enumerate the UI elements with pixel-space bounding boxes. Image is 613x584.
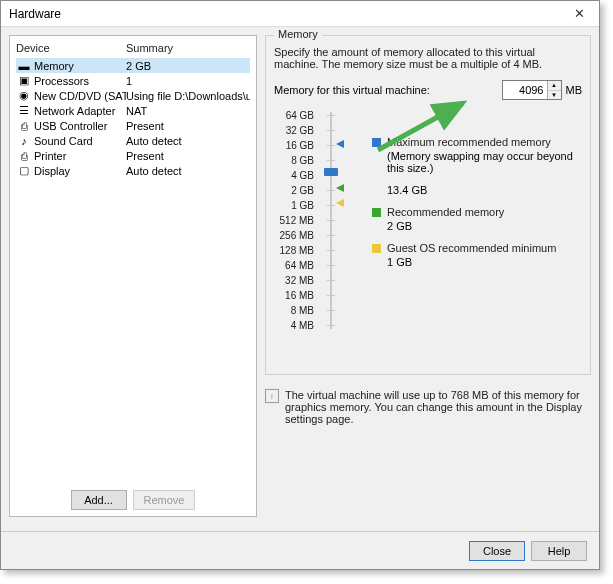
graphics-memory-note: i The virtual machine will use up to 768…: [265, 389, 591, 425]
device-name: Network Adapter: [34, 105, 126, 117]
min-label: Guest OS recommended minimum: [387, 242, 582, 254]
memory-spinner[interactable]: ▲ ▼: [502, 80, 562, 100]
scale-tick-label: 2 GB: [274, 183, 314, 198]
scale-tick-label: 32 MB: [274, 273, 314, 288]
hardware-dialog: Hardware ✕ Device Summary ▬Memory2 GB▣Pr…: [0, 0, 600, 570]
memory-input[interactable]: [503, 81, 547, 99]
square-icon: [372, 244, 381, 253]
dialog-footer: Close Help: [1, 531, 599, 569]
graphics-note-text: The virtual machine will use up to 768 M…: [285, 389, 591, 425]
sound-icon: ♪: [16, 134, 32, 148]
add-button[interactable]: Add...: [71, 490, 127, 510]
scale-tick-label: 256 MB: [274, 228, 314, 243]
display-icon: ▢: [16, 164, 32, 178]
scale-tick-label: 128 MB: [274, 243, 314, 258]
printer-icon: ⎙: [16, 149, 32, 163]
window-title: Hardware: [9, 7, 61, 21]
scale-tick-label: 4 MB: [274, 318, 314, 333]
memory-scale-labels: 64 GB32 GB16 GB8 GB4 GB2 GB1 GB512 MB256…: [274, 108, 322, 333]
scale-tick-label: 8 GB: [274, 153, 314, 168]
remove-button: Remove: [133, 490, 196, 510]
scale-tick-label: 1 GB: [274, 198, 314, 213]
device-row[interactable]: ▢DisplayAuto detect: [16, 163, 250, 178]
spinner-down-icon[interactable]: ▼: [548, 91, 561, 100]
scale-tick-label: 16 GB: [274, 138, 314, 153]
scale-tick-label: 64 MB: [274, 258, 314, 273]
max-label: Maximum recommended memory: [387, 136, 582, 148]
memory-legend: Maximum recommended memory (Memory swapp…: [342, 108, 582, 333]
memory-input-label: Memory for this virtual machine:: [274, 84, 498, 96]
device-summary: Present: [126, 120, 250, 132]
device-name: Processors: [34, 75, 126, 87]
device-row[interactable]: ⎙USB ControllerPresent: [16, 118, 250, 133]
device-row[interactable]: ▣Processors1: [16, 73, 250, 88]
memory-group: Memory Specify the amount of memory allo…: [265, 35, 591, 375]
scale-tick-label: 4 GB: [274, 168, 314, 183]
info-icon: i: [265, 389, 279, 403]
scale-tick-label: 512 MB: [274, 213, 314, 228]
device-list-header: Device Summary: [16, 42, 250, 58]
rec-label: Recommended memory: [387, 206, 582, 218]
memory-settings-panel: Memory Specify the amount of memory allo…: [265, 35, 591, 517]
device-row[interactable]: ▬Memory2 GB: [16, 58, 250, 73]
memory-slider[interactable]: [322, 108, 342, 333]
rec-value: 2 GB: [387, 220, 582, 232]
device-list-panel: Device Summary ▬Memory2 GB▣Processors1◉N…: [9, 35, 257, 517]
memory-desc: Specify the amount of memory allocated t…: [274, 46, 582, 70]
device-name: Sound Card: [34, 135, 126, 147]
scale-tick-label: 8 MB: [274, 303, 314, 318]
close-button[interactable]: Close: [469, 541, 525, 561]
window-close-button[interactable]: ✕: [559, 6, 599, 21]
max-marker-icon: [336, 140, 344, 148]
max-note: (Memory swapping may occur beyond this s…: [387, 150, 582, 174]
device-summary: NAT: [126, 105, 250, 117]
col-device: Device: [16, 42, 126, 54]
min-value: 1 GB: [387, 256, 582, 268]
min-marker-icon: [336, 199, 344, 207]
device-name: Display: [34, 165, 126, 177]
scale-tick-label: 32 GB: [274, 123, 314, 138]
title-bar: Hardware ✕: [1, 1, 599, 27]
recommended-marker-icon: [336, 184, 344, 192]
device-name: Printer: [34, 150, 126, 162]
col-summary: Summary: [126, 42, 250, 54]
device-row[interactable]: ☰Network AdapterNAT: [16, 103, 250, 118]
device-summary: Auto detect: [126, 135, 250, 147]
device-name: New CD/DVD (SATA): [34, 90, 126, 102]
device-summary: 2 GB: [126, 60, 250, 72]
device-row[interactable]: ◉New CD/DVD (SATA)Using file D:\Download…: [16, 88, 250, 103]
memory-unit: MB: [566, 84, 583, 96]
device-summary: Auto detect: [126, 165, 250, 177]
square-icon: [372, 138, 381, 147]
slider-thumb[interactable]: [324, 168, 338, 176]
square-icon: [372, 208, 381, 217]
device-summary: Present: [126, 150, 250, 162]
cd-icon: ◉: [16, 89, 32, 103]
device-row[interactable]: ♪Sound CardAuto detect: [16, 133, 250, 148]
scale-tick-label: 64 GB: [274, 108, 314, 123]
usb-icon: ⎙: [16, 119, 32, 133]
device-row[interactable]: ⎙PrinterPresent: [16, 148, 250, 163]
memory-icon: ▬: [16, 59, 32, 73]
group-legend: Memory: [274, 28, 322, 40]
net-icon: ☰: [16, 104, 32, 118]
device-summary: 1: [126, 75, 250, 87]
device-name: USB Controller: [34, 120, 126, 132]
cpu-icon: ▣: [16, 74, 32, 88]
device-summary: Using file D:\Downloads\ubu...: [126, 90, 250, 102]
max-value: 13.4 GB: [387, 184, 582, 196]
help-button[interactable]: Help: [531, 541, 587, 561]
device-name: Memory: [34, 60, 126, 72]
spinner-up-icon[interactable]: ▲: [548, 81, 561, 91]
scale-tick-label: 16 MB: [274, 288, 314, 303]
